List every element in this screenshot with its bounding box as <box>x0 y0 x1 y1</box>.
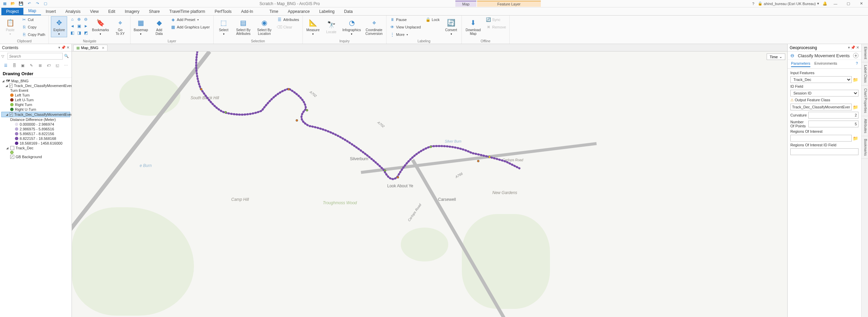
zoom-selection-icon[interactable]: ▣ <box>76 23 82 29</box>
search-icon[interactable]: 🔍 <box>64 54 69 58</box>
tab-labeling[interactable]: Labeling <box>314 8 339 15</box>
select-by-attributes-button[interactable]: ▤Select By Attributes <box>234 16 253 37</box>
lock-labeling-button[interactable]: 🔒Lock <box>424 16 441 23</box>
remove-button[interactable]: ✖Remove <box>485 24 508 30</box>
basemap-button[interactable]: ▦ Basemap ▾ <box>133 16 149 37</box>
tab-addin[interactable]: Add-In <box>236 8 258 15</box>
side-tab-label-class[interactable]: Label Class <box>862 62 868 86</box>
tab-data[interactable]: Data <box>339 8 357 15</box>
pause-labeling-button[interactable]: ⏸Pause <box>389 16 422 23</box>
save-icon[interactable]: 💾 <box>18 1 24 6</box>
tree-layer[interactable]: ◢✓GB Background <box>1 154 70 159</box>
add-to-favorites-icon[interactable]: + <box>853 53 859 58</box>
goto-xy-button[interactable]: ⌖ Go To XY <box>112 16 128 37</box>
side-tab-chart-properties[interactable]: Chart Properties <box>862 86 868 116</box>
tab-appearance[interactable]: Appearance <box>283 8 315 15</box>
browse-icon[interactable]: 📁 <box>852 77 859 83</box>
list-by-labeling-icon[interactable]: 🏷 <box>46 62 52 68</box>
more-modes-icon[interactable]: ⋯ <box>63 62 69 68</box>
gp-tab-parameters[interactable]: Parameters <box>791 61 810 67</box>
map-tab[interactable]: ▦ Map_BNG ✕ <box>73 45 107 51</box>
open-project-icon[interactable]: 📂 <box>10 1 16 6</box>
tab-imagery[interactable]: Imagery <box>120 8 144 15</box>
help-icon[interactable]: ? <box>752 2 754 6</box>
side-tab-attributes[interactable]: Attributes <box>862 116 868 136</box>
copy-button[interactable]: ⎘Copy <box>20 24 46 30</box>
tab-view[interactable]: View <box>85 8 103 15</box>
browse-icon[interactable]: 📁 <box>852 104 859 110</box>
tree-layer[interactable]: ◢Track_Dec <box>1 146 70 150</box>
minimize-button[interactable]: — <box>831 1 840 7</box>
layer-checkbox[interactable] <box>10 146 14 150</box>
list-by-selection-icon[interactable]: ▣ <box>20 62 26 68</box>
fixed-zoom-out-icon[interactable]: ⊖ <box>83 16 89 22</box>
clear-selection-button[interactable]: ⌫Clear <box>276 24 300 30</box>
list-by-editing-icon[interactable]: ✎ <box>28 62 34 68</box>
notifications-icon[interactable]: 🔔 <box>823 1 827 6</box>
layer-checkbox[interactable]: ✓ <box>9 84 13 88</box>
explore-button[interactable]: ✥ Explore ▾ <box>51 16 67 37</box>
filter-icon[interactable]: ▽ <box>1 54 6 59</box>
next-extent-icon[interactable]: ► <box>83 23 89 29</box>
add-graphics-layer-button[interactable]: ▩Add Graphics Layer <box>169 24 211 30</box>
tab-project[interactable]: Project <box>1 8 23 15</box>
pane-options-icon[interactable]: ▾ <box>58 45 60 50</box>
side-tab-bookmarks[interactable]: Bookmarks <box>862 136 868 159</box>
close-pane-icon[interactable]: ✕ <box>66 45 70 50</box>
tab-perftools[interactable]: PerfTools <box>210 8 236 15</box>
customize-qat-icon[interactable]: ▢ <box>43 1 48 6</box>
nav-tool3-icon[interactable]: ◩ <box>83 30 89 36</box>
full-extent-icon[interactable]: ⌂ <box>69 16 75 22</box>
redo-icon[interactable]: ↷ <box>35 1 40 6</box>
undo-icon[interactable]: ↶ <box>26 1 32 6</box>
list-by-source-icon[interactable]: 🗄 <box>11 62 17 68</box>
curvature-input[interactable] <box>808 112 859 119</box>
output-feature-class-input[interactable] <box>790 104 852 110</box>
tab-insert[interactable]: Insert <box>41 8 61 15</box>
add-preset-button[interactable]: ◈Add Preset▾ <box>169 16 211 23</box>
nav-tool-icon[interactable]: ◧ <box>69 30 75 36</box>
list-by-snapping-icon[interactable]: ⊞ <box>37 62 43 68</box>
list-by-perspective-icon[interactable]: ◱ <box>54 62 60 68</box>
input-features-select[interactable]: Track_Dec <box>790 76 852 83</box>
download-map-button[interactable]: ⬇Download Map <box>464 16 483 37</box>
close-button[interactable]: ✕ <box>856 1 866 7</box>
copy-path-button[interactable]: ⎘Copy Path <box>20 31 46 38</box>
tab-analysis[interactable]: Analysis <box>61 8 85 15</box>
gp-tab-environments[interactable]: Environments <box>814 61 837 67</box>
bookmarks-button[interactable]: 🔖 Bookmarks ▾ <box>91 16 110 37</box>
tree-layer-selected[interactable]: ◢✓Track_Dec_ClassifyMovementEvents <box>1 112 70 117</box>
tab-traveltime[interactable]: TravelTime platform <box>164 8 210 15</box>
roi-input[interactable] <box>790 135 852 142</box>
side-tab-element[interactable]: Element <box>862 44 868 62</box>
map-canvas[interactable]: Time⌄ South Black Hill Silverburn New Ga… <box>72 51 787 317</box>
autohide-icon[interactable]: 📌 <box>61 45 66 50</box>
tree-layer[interactable]: ◢✓Track_Dec_ClassifyMovementEvents <box>1 83 70 88</box>
infographics-button[interactable]: ◔Infographics▾ <box>341 16 362 37</box>
new-project-icon[interactable]: ▦ <box>2 1 7 6</box>
contents-search-input[interactable] <box>7 53 63 60</box>
locate-button[interactable]: 🔭Locate <box>323 16 339 37</box>
more-labeling-button[interactable]: ⋮More▾ <box>389 31 422 38</box>
list-by-drawing-order-icon[interactable]: ☰ <box>3 62 8 68</box>
help-icon[interactable]: ? <box>856 61 858 67</box>
prev-extent-icon[interactable]: ◄ <box>69 23 75 29</box>
back-button[interactable]: ⊖ <box>790 53 794 58</box>
tab-edit[interactable]: Edit <box>103 8 120 15</box>
measure-button[interactable]: 📐Measure▾ <box>305 16 321 37</box>
paste-button[interactable]: 📋 Paste ▾ <box>2 16 18 37</box>
sync-button[interactable]: 🔄Sync <box>485 16 508 23</box>
coordinate-conversion-button[interactable]: ⌖Coordinate Conversion <box>364 16 384 37</box>
convert-labels-button[interactable]: 🔄Convert▾ <box>443 16 459 37</box>
layer-checkbox[interactable]: ✓ <box>9 112 13 117</box>
pane-options-icon[interactable]: ▾ <box>848 45 850 50</box>
attributes-button[interactable]: ☰Attributes <box>276 16 300 23</box>
view-unplaced-button[interactable]: 👁View Unplaced <box>389 24 422 30</box>
close-pane-icon[interactable]: ✕ <box>856 45 859 50</box>
cut-button[interactable]: ✂Cut <box>20 16 46 23</box>
tree-map[interactable]: ◢🗺Map_BNG <box>1 79 70 83</box>
maximize-button[interactable]: ▢ <box>844 1 853 7</box>
autohide-icon[interactable]: 📌 <box>851 45 855 50</box>
id-field-select[interactable]: Session ID <box>790 90 859 97</box>
user-badge[interactable]: 🔒 ahind_bureau (Esri UK Bureau) ▾ <box>758 1 819 6</box>
